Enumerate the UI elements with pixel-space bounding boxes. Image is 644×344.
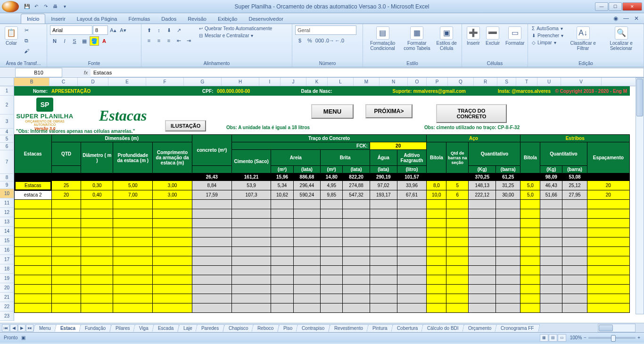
inc-decimal-icon[interactable]: .0→: [325, 36, 334, 45]
sheet-tab[interactable]: Paredes: [196, 324, 225, 332]
tab-exibicao[interactable]: Exibição: [212, 14, 243, 24]
copy-icon[interactable]: ⧉: [22, 36, 31, 45]
save-icon[interactable]: 💾: [23, 2, 31, 11]
row-header[interactable]: 2: [0, 96, 14, 115]
sheet-tab[interactable]: Cronograma FF: [495, 324, 540, 332]
indent-dec-icon[interactable]: ⇤: [174, 36, 183, 45]
select-all-corner[interactable]: [0, 78, 14, 86]
sheet-tab[interactable]: Viga: [133, 324, 155, 332]
row-header[interactable]: 1: [0, 86, 14, 96]
underline-icon[interactable]: S: [70, 36, 79, 46]
shrink-font-icon[interactable]: A▾: [118, 25, 128, 35]
sheet-tab[interactable]: Laje: [177, 324, 198, 332]
sheet-tab[interactable]: Piso: [277, 324, 298, 332]
format-painter-icon[interactable]: 🖌: [22, 46, 31, 56]
proxima-button[interactable]: PRÓXIMA>: [365, 104, 413, 118]
grow-font-icon[interactable]: A▴: [108, 25, 118, 35]
row-header[interactable]: 11: [0, 198, 14, 208]
font-name-combo[interactable]: [50, 25, 92, 35]
align-center-icon[interactable]: ≡: [154, 36, 164, 45]
col-header[interactable]: U: [537, 78, 561, 86]
view-normal-icon[interactable]: ▦: [540, 334, 548, 342]
cond-format-button[interactable]: ▤Formatação Condicional: [366, 25, 399, 52]
row-header[interactable]: 19: [0, 274, 14, 283]
format-table-button[interactable]: ▦Formatar como Tabela: [401, 25, 432, 52]
row-header[interactable]: 23: [0, 311, 14, 321]
tab-nav-prev-icon[interactable]: ◀: [10, 324, 17, 332]
insert-cells-button[interactable]: ➕Inserir: [465, 25, 482, 47]
dec-decimal-icon[interactable]: ←.0: [335, 36, 344, 45]
col-header[interactable]: O: [408, 78, 427, 86]
font-color-icon[interactable]: A: [99, 36, 109, 46]
wrap-text-button[interactable]: ↩Quebrar Texto Automaticamente: [198, 25, 273, 32]
col-header[interactable]: Q: [448, 78, 474, 86]
sheet-tab[interactable]: Estaca: [54, 324, 82, 332]
number-format-combo[interactable]: [295, 25, 356, 35]
italic-icon[interactable]: I: [60, 36, 69, 46]
formula-input[interactable]: Estacas: [91, 68, 644, 77]
office-button[interactable]: [2, 1, 19, 12]
row-header[interactable]: 21: [0, 293, 14, 302]
undo-icon[interactable]: ↶: [32, 2, 41, 11]
fill-button[interactable]: ⬇ Preencher ▾: [531, 33, 564, 39]
menu-button[interactable]: MENU: [311, 104, 354, 119]
sheet-tab[interactable]: Contrapiso: [296, 324, 331, 332]
sheet-tab[interactable]: Pilares: [109, 324, 136, 332]
clear-button[interactable]: ◇ Limpar ▾: [531, 40, 564, 46]
view-page-layout-icon[interactable]: ▤: [549, 334, 557, 342]
tab-nav-next-icon[interactable]: ▶: [18, 324, 25, 332]
sheet-tab[interactable]: Orçamento: [462, 324, 497, 332]
row-header[interactable]: 5: [0, 135, 14, 143]
delete-cells-button[interactable]: ➖Excluir: [484, 25, 502, 47]
row-header[interactable]: 22: [0, 302, 14, 311]
border-icon[interactable]: ▦: [80, 36, 89, 46]
row-header[interactable]: 16: [0, 246, 14, 255]
row-header[interactable]: 14: [0, 227, 14, 236]
align-left-icon[interactable]: ≡: [144, 36, 154, 45]
row-header[interactable]: 3: [0, 115, 14, 129]
qat-customize-icon[interactable]: ▾: [60, 2, 69, 11]
tab-inserir[interactable]: Inserir: [45, 14, 71, 24]
col-header[interactable]: L: [328, 78, 354, 86]
find-select-button[interactable]: 🔍Localizar e Selecionar: [602, 25, 641, 52]
col-header[interactable]: S: [497, 78, 516, 86]
comma-icon[interactable]: 000: [315, 36, 324, 45]
tab-dados[interactable]: Dados: [156, 14, 182, 24]
fill-color-icon[interactable]: 🪣: [90, 36, 99, 46]
sheet-tab[interactable]: Pintura: [366, 324, 393, 332]
row-header[interactable]: 17: [0, 255, 14, 264]
cut-icon[interactable]: ✂: [22, 25, 31, 35]
align-middle-icon[interactable]: ↕: [154, 25, 164, 35]
merge-center-button[interactable]: ⊟Mesclar e Centralizar ▾: [198, 33, 273, 39]
orientation-icon[interactable]: ↗: [174, 25, 183, 35]
font-size-combo[interactable]: [93, 25, 108, 35]
tab-nav-last-icon[interactable]: ⏭: [26, 324, 33, 332]
sheet-tab[interactable]: Cobertura: [391, 324, 424, 332]
align-top-icon[interactable]: ⬆: [144, 25, 154, 35]
row-header[interactable]: 15: [0, 236, 14, 246]
row-header[interactable]: 6: [0, 143, 14, 150]
zoom-slider[interactable]: [588, 337, 636, 339]
col-header[interactable]: H: [222, 78, 259, 86]
tab-desenvolvedor[interactable]: Desenvolvedor: [243, 14, 289, 24]
row-header[interactable]: 13: [0, 217, 14, 227]
cell-styles-button[interactable]: ▣Estilos de Célula: [435, 25, 459, 52]
align-bottom-icon[interactable]: ⬇: [164, 25, 173, 35]
sheet-tab[interactable]: Reboco: [252, 324, 280, 332]
col-header[interactable]: V: [561, 78, 602, 86]
percent-icon[interactable]: %: [305, 36, 314, 45]
col-header[interactable]: N: [380, 78, 408, 86]
fx-icon[interactable]: fx: [81, 70, 91, 75]
row-header[interactable]: 4: [0, 129, 14, 135]
autosum-button[interactable]: Σ AutoSoma ▾: [531, 25, 564, 32]
tab-formulas[interactable]: Fórmulas: [123, 14, 156, 24]
vertical-scrollbar[interactable]: [636, 78, 644, 314]
sheet-tab[interactable]: Cálculo do BDI: [421, 324, 464, 332]
tab-nav-first-icon[interactable]: ⏮: [2, 324, 9, 332]
ribbon-minimize-icon[interactable]: —: [622, 15, 630, 22]
zoom-in-icon[interactable]: +: [637, 335, 640, 340]
doc-close-icon[interactable]: ✕: [633, 15, 640, 22]
traco-concreto-button[interactable]: TRAÇO DO CONCRETO: [436, 104, 507, 123]
row-header[interactable]: 7: [0, 150, 14, 174]
bold-icon[interactable]: N: [50, 36, 59, 46]
